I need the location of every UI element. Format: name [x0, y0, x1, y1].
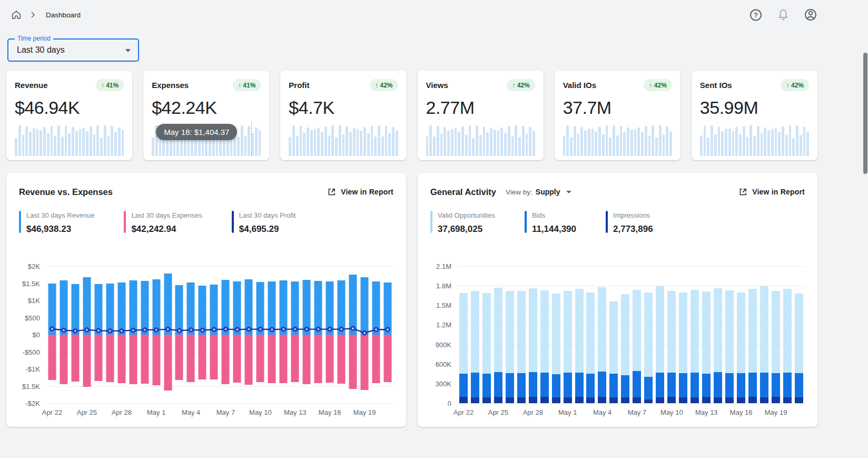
bar-group[interactable]	[793, 266, 805, 403]
valid-opportunities-segment[interactable]	[644, 293, 653, 377]
bar-group[interactable]	[481, 266, 492, 403]
bids-segment[interactable]	[760, 373, 768, 397]
expenses-bar[interactable]	[314, 335, 322, 383]
bids-segment[interactable]	[529, 372, 537, 397]
valid-opportunities-segment[interactable]	[795, 294, 803, 373]
bar-group[interactable]	[151, 266, 162, 403]
expenses-bar[interactable]	[60, 335, 67, 384]
bids-segment[interactable]	[459, 374, 468, 397]
bar-group[interactable]	[382, 266, 393, 403]
stacked-bar[interactable]	[760, 286, 768, 403]
impressions-segment[interactable]	[714, 397, 722, 403]
view-by-select[interactable]: View by: Supply	[506, 188, 571, 196]
bids-segment[interactable]	[471, 373, 479, 397]
impressions-segment[interactable]	[609, 397, 618, 403]
bar-group[interactable]	[370, 266, 382, 403]
valid-opportunities-segment[interactable]	[598, 287, 606, 372]
revenue-bar[interactable]	[164, 274, 172, 335]
stacked-bar[interactable]	[621, 294, 629, 403]
expenses-bar[interactable]	[245, 335, 253, 385]
bar-group[interactable]	[666, 266, 677, 403]
bids-segment[interactable]	[737, 373, 745, 397]
revenue-bar[interactable]	[129, 280, 137, 335]
bids-segment[interactable]	[667, 373, 676, 397]
kpi-card-sent-ios[interactable]: Sent IOs↑42%35.99M	[692, 71, 817, 160]
notifications-bell-icon[interactable]	[776, 8, 790, 22]
bar-group[interactable]	[735, 266, 747, 403]
stacked-bar[interactable]	[633, 290, 641, 403]
revenue-bar[interactable]	[337, 280, 345, 335]
valid-opportunities-segment[interactable]	[760, 286, 768, 372]
stacked-bar[interactable]	[795, 294, 803, 403]
stacked-bar[interactable]	[783, 289, 792, 403]
bar-group[interactable]	[516, 266, 527, 403]
valid-opportunities-segment[interactable]	[506, 291, 514, 373]
bar-group[interactable]	[347, 266, 359, 403]
help-icon[interactable]: ?	[749, 8, 763, 22]
revenue-bar[interactable]	[383, 282, 391, 335]
bar-group[interactable]	[492, 266, 504, 403]
valid-opportunities-segment[interactable]	[609, 301, 618, 374]
stacked-bar[interactable]	[714, 288, 722, 403]
revenue-bar[interactable]	[268, 281, 276, 335]
revenue-bar[interactable]	[152, 279, 160, 335]
bar-group[interactable]	[196, 266, 208, 403]
bar-group[interactable]	[701, 266, 712, 403]
bar-group[interactable]	[631, 266, 643, 403]
stacked-bar[interactable]	[598, 287, 606, 403]
bar-group[interactable]	[46, 266, 58, 403]
bids-segment[interactable]	[633, 371, 641, 397]
bar-group[interactable]	[596, 266, 608, 403]
stacked-bar[interactable]	[540, 290, 549, 403]
expenses-bar[interactable]	[302, 335, 310, 384]
expenses-bar[interactable]	[360, 335, 368, 390]
valid-opportunities-segment[interactable]	[459, 293, 468, 374]
valid-opportunities-segment[interactable]	[748, 289, 757, 373]
bar-group[interactable]	[127, 266, 139, 403]
impressions-segment[interactable]	[621, 397, 629, 403]
revenue-bar[interactable]	[60, 280, 67, 335]
bids-segment[interactable]	[725, 373, 734, 397]
valid-opportunities-segment[interactable]	[494, 288, 502, 372]
bar-group[interactable]	[116, 266, 127, 403]
bar-group[interactable]	[93, 266, 104, 403]
bids-segment[interactable]	[517, 373, 526, 397]
valid-opportunities-segment[interactable]	[482, 293, 491, 374]
impressions-segment[interactable]	[725, 397, 734, 403]
revenue-bar[interactable]	[187, 282, 195, 335]
impressions-segment[interactable]	[760, 397, 768, 403]
scrollbar-thumb[interactable]	[863, 53, 867, 174]
valid-opportunities-segment[interactable]	[564, 291, 572, 373]
bar-group[interactable]	[585, 266, 596, 403]
revenue-bar[interactable]	[372, 281, 380, 335]
bar-group[interactable]	[550, 266, 562, 403]
stacked-bar[interactable]	[725, 290, 734, 403]
bids-segment[interactable]	[691, 373, 699, 397]
bar-group[interactable]	[278, 266, 289, 403]
impressions-segment[interactable]	[679, 397, 687, 404]
bids-segment[interactable]	[656, 373, 664, 397]
bar-group[interactable]	[758, 266, 770, 403]
impressions-segment[interactable]	[517, 397, 526, 403]
bids-segment[interactable]	[598, 372, 606, 397]
bar-group[interactable]	[139, 266, 151, 403]
valid-opportunities-segment[interactable]	[633, 290, 641, 371]
bar-group[interactable]	[677, 266, 689, 403]
valid-opportunities-segment[interactable]	[575, 289, 584, 373]
bar-group[interactable]	[185, 266, 196, 403]
expenses-bar[interactable]	[280, 335, 288, 383]
valid-opportunities-segment[interactable]	[586, 293, 595, 374]
impressions-segment[interactable]	[506, 397, 514, 404]
kpi-card-valid-ios[interactable]: Valid IOs↑42%37.7M	[555, 71, 680, 160]
impressions-segment[interactable]	[529, 397, 537, 403]
revenue-bar[interactable]	[48, 284, 56, 335]
revenue-bar[interactable]	[233, 281, 241, 335]
impressions-segment[interactable]	[552, 397, 560, 403]
bar-group[interactable]	[527, 266, 539, 403]
valid-opportunities-segment[interactable]	[714, 288, 722, 372]
page-scrollbar[interactable]	[863, 0, 868, 458]
impressions-segment[interactable]	[564, 397, 572, 403]
expenses-bar[interactable]	[175, 335, 183, 380]
impressions-segment[interactable]	[702, 397, 711, 403]
bar-group[interactable]	[336, 266, 347, 403]
